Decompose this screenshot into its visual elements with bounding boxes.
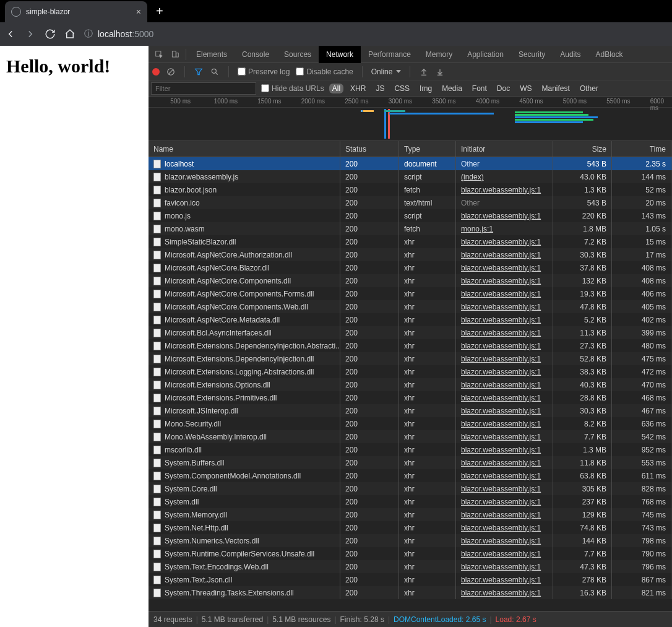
col-status[interactable]: Status — [340, 141, 399, 157]
network-row[interactable]: Microsoft.Extensions.DependencyInjection… — [149, 352, 672, 365]
cell-initiator[interactable]: blazor.webassembly.js:1 — [461, 264, 541, 272]
cell-initiator[interactable]: blazor.webassembly.js:1 — [461, 290, 541, 298]
devtools-tab-console[interactable]: Console — [235, 46, 277, 63]
cell-initiator[interactable]: blazor.webassembly.js:1 — [461, 212, 541, 220]
filter-chip-xhr[interactable]: XHR — [347, 84, 369, 93]
network-row[interactable]: Microsoft.Extensions.Options.dll200xhrbl… — [149, 378, 672, 391]
download-icon[interactable] — [435, 67, 445, 77]
network-row[interactable]: System.dll200xhrblazor.webassembly.js:12… — [149, 495, 672, 508]
cell-initiator[interactable]: blazor.webassembly.js:1 — [461, 550, 541, 558]
throttling-select[interactable]: Online — [371, 67, 402, 76]
devtools-tab-elements[interactable]: Elements — [189, 46, 235, 63]
network-row[interactable]: blazor.boot.json200fetchblazor.webassemb… — [149, 183, 672, 196]
network-row[interactable]: System.Buffers.dll200xhrblazor.webassemb… — [149, 456, 672, 469]
record-button[interactable] — [152, 68, 160, 76]
network-row[interactable]: Microsoft.AspNetCore.Metadata.dll200xhrb… — [149, 313, 672, 326]
devtools-tab-network[interactable]: Network — [319, 46, 361, 63]
network-row[interactable]: mono.js200scriptblazor.webassembly.js:12… — [149, 209, 672, 222]
cell-initiator[interactable]: blazor.webassembly.js:1 — [461, 277, 541, 285]
devtools-tab-memory[interactable]: Memory — [418, 46, 460, 63]
cell-initiator[interactable]: blazor.webassembly.js:1 — [461, 251, 541, 259]
cell-initiator[interactable]: blazor.webassembly.js:1 — [461, 420, 541, 428]
devtools-tab-security[interactable]: Security — [511, 46, 553, 63]
filter-chip-media[interactable]: Media — [439, 84, 465, 93]
network-row[interactable]: Microsoft.AspNetCore.Components.Web.dll2… — [149, 300, 672, 313]
filter-chip-font[interactable]: Font — [469, 84, 490, 93]
inspect-icon[interactable] — [151, 46, 167, 63]
network-row[interactable]: Microsoft.JSInterop.dll200xhrblazor.weba… — [149, 404, 672, 417]
cell-initiator[interactable]: blazor.webassembly.js:1 — [461, 316, 541, 324]
network-row[interactable]: localhost200documentOther543 B2.35 s — [149, 157, 672, 170]
filter-chip-doc[interactable]: Doc — [494, 84, 513, 93]
network-row[interactable]: Microsoft.Extensions.Primitives.dll200xh… — [149, 391, 672, 404]
network-row[interactable]: mscorlib.dll200xhrblazor.webassembly.js:… — [149, 443, 672, 456]
upload-icon[interactable] — [419, 67, 429, 77]
cell-initiator[interactable]: blazor.webassembly.js:1 — [461, 537, 541, 545]
cell-initiator[interactable]: blazor.webassembly.js:1 — [461, 589, 541, 597]
network-row[interactable]: Microsoft.Extensions.DependencyInjection… — [149, 339, 672, 352]
cell-initiator[interactable]: blazor.webassembly.js:1 — [461, 394, 541, 402]
browser-tab[interactable]: simple-blazor × — [5, 1, 147, 22]
filter-chip-css[interactable]: CSS — [391, 84, 413, 93]
preserve-log-checkbox[interactable]: Preserve log — [238, 67, 290, 76]
network-row[interactable]: blazor.webassembly.js200script(index)43.… — [149, 170, 672, 183]
timeline-overview[interactable]: 500 ms1000 ms1500 ms2000 ms2500 ms3000 m… — [149, 97, 672, 141]
filter-chip-img[interactable]: Img — [416, 84, 435, 93]
device-icon[interactable] — [167, 46, 183, 63]
network-row[interactable]: System.Runtime.CompilerServices.Unsafe.d… — [149, 547, 672, 560]
network-row[interactable]: SimpleStaticBlazor.dll200xhrblazor.webas… — [149, 235, 672, 248]
cell-initiator[interactable]: (index) — [461, 173, 484, 181]
cell-initiator[interactable]: blazor.webassembly.js:1 — [461, 576, 541, 584]
forward-button[interactable] — [25, 28, 36, 40]
devtools-tab-audits[interactable]: Audits — [553, 46, 588, 63]
url-display[interactable]: ⓘ localhost:5000 — [84, 28, 153, 40]
network-row[interactable]: System.Core.dll200xhrblazor.webassembly.… — [149, 482, 672, 495]
cell-initiator[interactable]: blazor.webassembly.js:1 — [461, 472, 541, 480]
clear-icon[interactable] — [166, 67, 176, 77]
network-row[interactable]: Microsoft.AspNetCore.Components.Forms.dl… — [149, 287, 672, 300]
network-row[interactable]: System.Memory.dll200xhrblazor.webassembl… — [149, 508, 672, 521]
cell-initiator[interactable]: blazor.webassembly.js:1 — [461, 355, 541, 363]
network-row[interactable]: System.Net.Http.dll200xhrblazor.webassem… — [149, 521, 672, 534]
col-time[interactable]: Time — [612, 141, 671, 157]
cell-initiator[interactable]: blazor.webassembly.js:1 — [461, 524, 541, 532]
network-row[interactable]: Microsoft.AspNetCore.Authorization.dll20… — [149, 248, 672, 261]
site-info-icon[interactable]: ⓘ — [84, 28, 93, 40]
devtools-tab-adblock[interactable]: AdBlock — [588, 46, 631, 63]
network-row[interactable]: Mono.Security.dll200xhrblazor.webassembl… — [149, 417, 672, 430]
network-row[interactable]: System.Text.Encodings.Web.dll200xhrblazo… — [149, 560, 672, 573]
network-row[interactable]: mono.wasm200fetchmono.js:11.8 MB1.05 s — [149, 222, 672, 235]
cell-initiator[interactable]: blazor.webassembly.js:1 — [461, 238, 541, 246]
devtools-tab-sources[interactable]: Sources — [277, 46, 319, 63]
cell-initiator[interactable]: blazor.webassembly.js:1 — [461, 329, 541, 337]
cell-initiator[interactable]: blazor.webassembly.js:1 — [461, 511, 541, 519]
col-size[interactable]: Size — [553, 141, 612, 157]
network-row[interactable]: Microsoft.AspNetCore.Components.dll200xh… — [149, 274, 672, 287]
network-row[interactable]: Microsoft.Extensions.Logging.Abstraction… — [149, 365, 672, 378]
filter-icon[interactable] — [194, 67, 204, 77]
filter-input[interactable] — [151, 82, 256, 95]
network-row[interactable]: System.ComponentModel.Annotations.dll200… — [149, 469, 672, 482]
cell-initiator[interactable]: blazor.webassembly.js:1 — [461, 186, 541, 194]
filter-chip-js[interactable]: JS — [373, 84, 387, 93]
network-row[interactable]: Microsoft.AspNetCore.Blazor.dll200xhrbla… — [149, 261, 672, 274]
network-row[interactable]: System.Threading.Tasks.Extensions.dll200… — [149, 586, 672, 599]
filter-chip-other[interactable]: Other — [577, 84, 601, 93]
hide-data-urls-checkbox[interactable]: Hide data URLs — [261, 84, 324, 93]
filter-chip-manifest[interactable]: Manifest — [539, 84, 573, 93]
devtools-tab-application[interactable]: Application — [460, 46, 511, 63]
cell-initiator[interactable]: blazor.webassembly.js:1 — [461, 485, 541, 493]
filter-chip-ws[interactable]: WS — [517, 84, 535, 93]
network-row[interactable]: Mono.WebAssembly.Interop.dll200xhrblazor… — [149, 430, 672, 443]
cell-initiator[interactable]: blazor.webassembly.js:1 — [461, 407, 541, 415]
network-row[interactable]: System.Numerics.Vectors.dll200xhrblazor.… — [149, 534, 672, 547]
home-button[interactable] — [64, 28, 75, 40]
cell-initiator[interactable]: blazor.webassembly.js:1 — [461, 433, 541, 441]
cell-initiator[interactable]: blazor.webassembly.js:1 — [461, 563, 541, 571]
cell-initiator[interactable]: blazor.webassembly.js:1 — [461, 342, 541, 350]
search-icon[interactable] — [210, 67, 220, 77]
cell-initiator[interactable]: blazor.webassembly.js:1 — [461, 303, 541, 311]
filter-chip-all[interactable]: All — [329, 84, 343, 93]
cell-initiator[interactable]: blazor.webassembly.js:1 — [461, 446, 541, 454]
col-initiator[interactable]: Initiator — [456, 141, 553, 157]
